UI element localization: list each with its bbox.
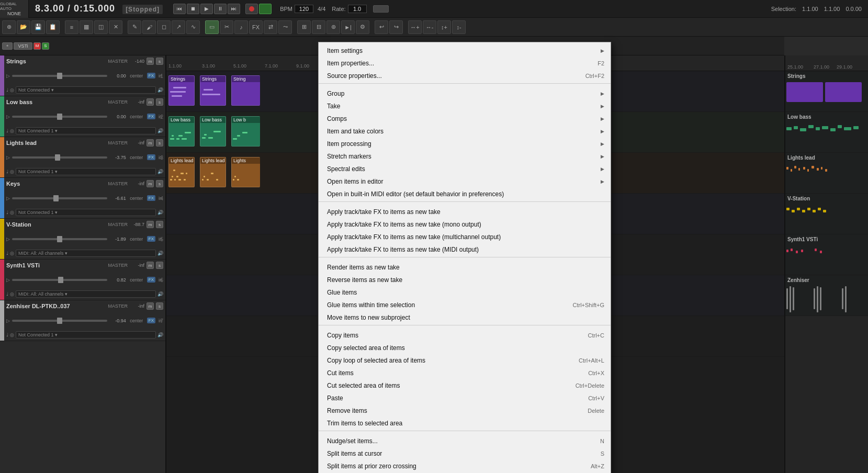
save-button[interactable]: 💾: [31, 20, 45, 34]
envelope-button[interactable]: ∿: [186, 20, 200, 34]
pause-button[interactable]: ⏸: [214, 4, 227, 14]
volume-fader[interactable]: [12, 238, 107, 240]
clip-lowbass-2[interactable]: Low bass: [200, 116, 226, 147]
mute-button[interactable]: m: [146, 262, 154, 269]
fx-button[interactable]: FX: [147, 195, 155, 201]
menu-item-3[interactable]: Group: [319, 87, 611, 100]
mute-button[interactable]: m: [146, 139, 154, 147]
menu-item-4[interactable]: Take: [319, 100, 611, 112]
volume-fader[interactable]: [12, 116, 107, 118]
menu-item-8[interactable]: Stretch markers: [319, 150, 611, 163]
menu-item-23[interactable]: Copy loop of selected area of itemsCtrl+…: [319, 354, 611, 367]
input-dropdown[interactable]: MIDI: All: All channels ▾: [16, 290, 156, 298]
menu-item-27[interactable]: Remove itemsDelete: [319, 404, 611, 417]
menu-item-17[interactable]: Reverse items as new take: [319, 274, 611, 286]
volume-fader[interactable]: [12, 320, 107, 322]
clip-lights-3[interactable]: Lights: [231, 157, 260, 187]
menu-item-1[interactable]: Item properties...F2: [319, 57, 611, 70]
view-button[interactable]: ▦: [80, 20, 93, 34]
solo-button[interactable]: s: [156, 262, 163, 269]
menu-item-2[interactable]: Source properties...Ctrl+F2: [319, 70, 611, 82]
input-dropdown[interactable]: Not Connected 1 ▾: [16, 127, 156, 134]
eraser-button[interactable]: ◻: [157, 20, 171, 34]
zoom-in-h-button[interactable]: ↔+: [408, 20, 422, 34]
menu-item-10[interactable]: Open items in editor: [319, 175, 611, 188]
midi-icon-button[interactable]: M: [33, 42, 41, 50]
menu-item-16[interactable]: Render items as new take: [319, 261, 611, 274]
clip-lowbass-1[interactable]: Low bass: [168, 116, 195, 147]
clip-lights-2[interactable]: Lights lead: [200, 157, 226, 187]
mute-button[interactable]: m: [146, 302, 154, 310]
fx-button[interactable]: FX: [249, 20, 263, 34]
record-config-button[interactable]: ⊛: [326, 20, 340, 34]
render-button[interactable]: ►|: [341, 20, 355, 34]
menu-item-0[interactable]: Item settings: [319, 44, 611, 57]
menu-item-5[interactable]: Comps: [319, 112, 611, 125]
menu-item-31[interactable]: Split items at prior zero crossingAlt+Z: [319, 460, 611, 472]
solo-button[interactable]: s: [156, 180, 163, 187]
menu-item-29[interactable]: Nudge/set items...N: [319, 435, 611, 447]
mute-button[interactable]: m: [146, 221, 154, 228]
menu-item-26[interactable]: PasteCtrl+V: [319, 392, 611, 404]
open-button[interactable]: 📂: [17, 20, 30, 34]
fx-button[interactable]: FX: [147, 114, 155, 119]
solo-button[interactable]: s: [156, 302, 163, 310]
menu-item-18[interactable]: Glue items: [319, 286, 611, 299]
paint-button[interactable]: 🖌: [142, 20, 156, 34]
menu-item-20[interactable]: Move items to new subproject: [319, 311, 611, 324]
volume-fader[interactable]: [12, 156, 107, 159]
mute-button[interactable]: m: [146, 58, 154, 65]
filter-button[interactable]: ≡: [65, 20, 78, 34]
mute-button[interactable]: m: [146, 98, 154, 106]
select-button[interactable]: ▭: [205, 20, 219, 34]
fx-button[interactable]: FX: [147, 277, 155, 283]
rate-input[interactable]: 1.0: [348, 5, 367, 13]
new-button[interactable]: ⊕: [2, 20, 16, 34]
add-track-button[interactable]: +: [2, 42, 13, 50]
menu-item-22[interactable]: Copy selected area of items: [319, 342, 611, 354]
options-button[interactable]: ⚙: [356, 20, 369, 34]
redo-button[interactable]: ↪: [389, 20, 403, 34]
undo-button[interactable]: ↩: [375, 20, 388, 34]
clip-strings-1[interactable]: Strings: [168, 75, 195, 106]
solo-button[interactable]: s: [156, 98, 163, 106]
clip-lowbass-3[interactable]: Low b: [231, 116, 260, 147]
routing-button[interactable]: ⇄: [264, 20, 277, 34]
stop-button[interactable]: ⏹: [187, 4, 199, 14]
fx-button[interactable]: FX: [147, 73, 155, 78]
menu-item-25[interactable]: Cut selected area of itemsCtrl+Delete: [319, 379, 611, 392]
menu-item-30[interactable]: Split items at cursorS: [319, 447, 611, 460]
input-dropdown[interactable]: Not Connected ▾: [16, 86, 156, 94]
solo-button[interactable]: s: [156, 58, 163, 65]
rew-button[interactable]: S: [42, 42, 49, 50]
menu-item-9[interactable]: Spectral edits: [319, 163, 611, 175]
input-dropdown[interactable]: MIDI: All: All channels ▾: [16, 250, 156, 257]
fx-button[interactable]: FX: [147, 154, 155, 160]
menu-item-21[interactable]: Copy itemsCtrl+C: [319, 329, 611, 342]
menu-item-15[interactable]: Apply track/take FX to items as new take…: [319, 243, 611, 256]
input-dropdown[interactable]: Not Connected 1 ▾: [16, 168, 156, 175]
solo-button[interactable]: s: [156, 139, 163, 147]
menu-item-12[interactable]: Apply track/take FX to items as new take: [319, 206, 611, 218]
menu-item-19[interactable]: Glue items within time selectionCtrl+Shi…: [319, 299, 611, 311]
menu-item-11[interactable]: Open in built-in MIDI editor (set defaul…: [319, 188, 611, 200]
menu-item-28[interactable]: Trim items to selected area: [319, 417, 611, 430]
online-button[interactable]: [259, 4, 272, 14]
zoom-out-v-button[interactable]: ↕-: [452, 20, 466, 34]
menu-item-7[interactable]: Item processing: [319, 138, 611, 150]
clip-lights-1[interactable]: Lights lead: [168, 157, 195, 187]
save-as-button[interactable]: 📋: [46, 20, 60, 34]
mute-button[interactable]: m: [146, 180, 154, 187]
menu-item-24[interactable]: Cut itemsCtrl+X: [319, 367, 611, 379]
midi-button[interactable]: ♪: [234, 20, 248, 34]
menu-item-13[interactable]: Apply track/take FX to items as new take…: [319, 218, 611, 231]
clip-strings-2[interactable]: Strings: [200, 75, 226, 106]
pencil-button[interactable]: ✎: [128, 20, 141, 34]
menu-item-6[interactable]: Item and take colors: [319, 125, 611, 138]
go-end-button[interactable]: ⏭: [228, 4, 240, 14]
clip-strings-3[interactable]: String: [231, 75, 260, 106]
input-dropdown[interactable]: Not Connected 1 ▾: [16, 331, 156, 339]
fx-button[interactable]: FX: [147, 318, 155, 323]
zoom-out-h-button[interactable]: ↔-: [423, 20, 436, 34]
cut-tool-button[interactable]: ✂: [220, 20, 233, 34]
